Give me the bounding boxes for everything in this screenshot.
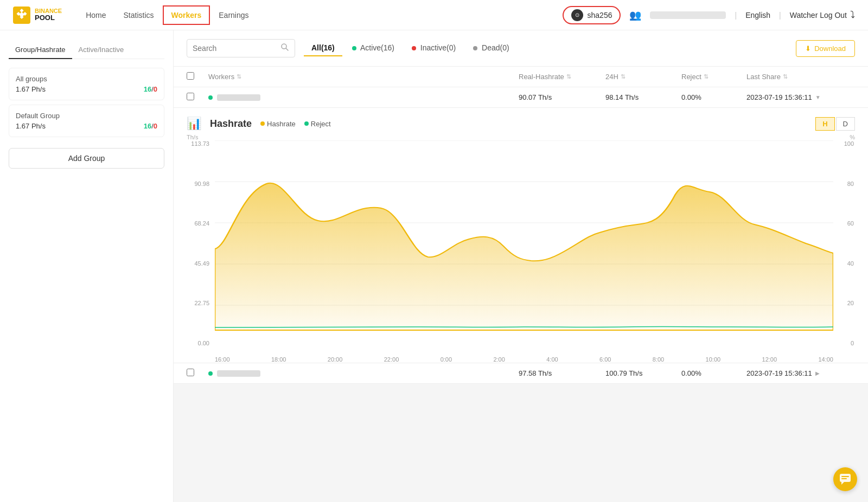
legend-hashrate: Hashrate bbox=[260, 120, 296, 128]
sidebar-group-default: Default Group 1.67 Ph/s 16/0 bbox=[9, 105, 164, 137]
y-label-right-3: 40 bbox=[835, 260, 854, 267]
x-label-1: 18:00 bbox=[271, 356, 286, 363]
row1-expand-icon[interactable]: ▼ bbox=[815, 94, 821, 100]
download-label: Download bbox=[814, 44, 846, 53]
table-col-last-share[interactable]: Last Share ⇅ bbox=[746, 73, 855, 81]
x-label-8: 8:00 bbox=[653, 356, 664, 363]
sort-reject-icon: ⇅ bbox=[704, 73, 709, 80]
search-box bbox=[187, 39, 295, 57]
y-label-right-2: 60 bbox=[835, 220, 854, 227]
legend-reject-dot bbox=[304, 121, 309, 126]
account-name-blurred bbox=[650, 11, 726, 19]
watcher-logout-label: Watcher Log Out bbox=[790, 11, 847, 20]
row1-24h: 98.14 Th/s bbox=[605, 93, 681, 101]
row1-reject: 0.00% bbox=[681, 93, 746, 101]
row2-real-hashrate: 97.58 Th/s bbox=[519, 369, 605, 377]
row1-select[interactable] bbox=[187, 93, 194, 100]
row1-status-dot bbox=[208, 95, 213, 100]
sort-workers-icon: ⇅ bbox=[237, 73, 241, 80]
nav-earnings[interactable]: Earnings bbox=[212, 8, 255, 23]
filter-tab-all[interactable]: All(16) bbox=[304, 40, 342, 56]
svg-marker-15 bbox=[841, 482, 844, 485]
chart-title: Hashrate bbox=[210, 118, 252, 130]
sidebar-all-active-count: 16 bbox=[144, 85, 151, 93]
nav-statistics[interactable]: Statistics bbox=[117, 8, 160, 23]
chart-controls: H D bbox=[815, 117, 855, 131]
y-label-left-0: 113.73 bbox=[187, 140, 209, 147]
row2-worker-name bbox=[208, 370, 519, 377]
sidebar-group-default-name: Default Group bbox=[16, 112, 157, 120]
download-icon: ⬇ bbox=[805, 44, 811, 53]
x-label-5: 2:00 bbox=[493, 356, 505, 363]
active-dot bbox=[352, 46, 356, 50]
download-button[interactable]: ⬇ Download bbox=[796, 40, 855, 57]
sidebar-tab-active-inactive[interactable]: Active/Inactive bbox=[72, 41, 131, 59]
y-unit-left: Th/s bbox=[187, 134, 198, 140]
sha-label: sha256 bbox=[588, 11, 612, 20]
header-right: ⊙ sha256 👥 | English | Watcher Log Out ⤵ bbox=[563, 6, 855, 24]
logo-text: BINANCE POOL bbox=[35, 8, 62, 22]
row1-checkbox bbox=[187, 93, 208, 102]
toolbar: All(16) Active(16) Inactive(0) Dead(0) ⬇… bbox=[174, 30, 868, 67]
main-nav: Home Statistics Workers Earnings bbox=[79, 8, 255, 23]
sidebar-group-all: All groups 1.67 Ph/s 16/0 bbox=[9, 68, 164, 100]
row1-worker-blurred bbox=[217, 94, 260, 101]
sidebar-default-active-count: 16 bbox=[144, 122, 151, 130]
sidebar-all-inactive-count: 0 bbox=[154, 85, 157, 93]
main-content: All(16) Active(16) Inactive(0) Dead(0) ⬇… bbox=[174, 30, 868, 502]
row1-real-hashrate: 90.07 Th/s bbox=[519, 93, 605, 101]
table-col-reject[interactable]: Reject ⇅ bbox=[681, 73, 746, 81]
filter-tab-dead[interactable]: Dead(0) bbox=[465, 40, 516, 56]
row2-last-share: 2023-07-19 15:36:11 ▶ bbox=[746, 369, 855, 377]
chart-legend: Hashrate Reject bbox=[260, 120, 331, 128]
nav-workers[interactable]: Workers bbox=[165, 8, 208, 23]
chart-icon: 📊 bbox=[187, 117, 201, 131]
table-col-24h[interactable]: 24H ⇅ bbox=[605, 73, 681, 81]
x-label-6: 4:00 bbox=[546, 356, 558, 363]
search-input[interactable] bbox=[193, 44, 277, 53]
svg-rect-16 bbox=[841, 476, 849, 477]
filter-tab-active[interactable]: Active(16) bbox=[344, 40, 402, 56]
y-unit-right: % bbox=[850, 134, 855, 140]
header: BINANCE POOL Home Statistics Workers Ear… bbox=[0, 0, 868, 30]
chart-btn-d[interactable]: D bbox=[836, 117, 855, 131]
row1-worker-name bbox=[208, 94, 519, 101]
chart-container: 📊 Hashrate Hashrate Reject H bbox=[174, 108, 868, 363]
binance-logo-icon bbox=[13, 7, 30, 24]
y-label-left-5: 0.00 bbox=[187, 340, 209, 346]
language-selector[interactable]: English bbox=[745, 11, 770, 20]
chat-icon bbox=[839, 473, 851, 485]
inactive-dot bbox=[412, 46, 416, 50]
table-header-checkbox bbox=[187, 72, 208, 81]
row1-last-share: 2023-07-19 15:36:11 ▼ bbox=[746, 93, 855, 101]
row2-expand-icon[interactable]: ▶ bbox=[815, 370, 820, 376]
table-col-real-hashrate[interactable]: Real-Hashrate ⇅ bbox=[519, 73, 605, 81]
watcher-logout-button[interactable]: Watcher Log Out ⤵ bbox=[790, 9, 855, 21]
chat-fab-button[interactable] bbox=[833, 467, 857, 491]
row2-reject: 0.00% bbox=[681, 369, 746, 377]
add-group-button[interactable]: Add Group bbox=[9, 148, 164, 169]
logo: BINANCE POOL bbox=[13, 7, 62, 24]
table-col-workers[interactable]: Workers ⇅ bbox=[208, 73, 519, 81]
legend-reject: Reject bbox=[304, 120, 331, 128]
row2-24h: 100.79 Th/s bbox=[605, 369, 681, 377]
hashrate-chart-svg bbox=[215, 140, 833, 346]
x-label-7: 6:00 bbox=[599, 356, 611, 363]
users-icon[interactable]: 👥 bbox=[629, 9, 641, 21]
x-label-0: 16:00 bbox=[215, 356, 230, 363]
sidebar-tab-group-hashrate[interactable]: Group/Hashrate bbox=[9, 41, 72, 59]
row2-select[interactable] bbox=[187, 369, 194, 376]
filter-tab-inactive[interactable]: Inactive(0) bbox=[404, 40, 463, 56]
sha-badge[interactable]: ⊙ sha256 bbox=[563, 6, 621, 24]
svg-point-6 bbox=[282, 44, 286, 49]
search-icon bbox=[280, 43, 289, 54]
row2-checkbox bbox=[187, 369, 208, 378]
nav-home[interactable]: Home bbox=[79, 8, 112, 23]
legend-hashrate-dot bbox=[260, 121, 265, 126]
svg-line-7 bbox=[286, 49, 289, 51]
select-all-checkbox[interactable] bbox=[187, 72, 194, 80]
x-label-3: 22:00 bbox=[384, 356, 399, 363]
logout-icon: ⤵ bbox=[850, 9, 855, 21]
chart-btn-h[interactable]: H bbox=[815, 117, 834, 131]
y-label-left-1: 90.98 bbox=[187, 181, 209, 187]
